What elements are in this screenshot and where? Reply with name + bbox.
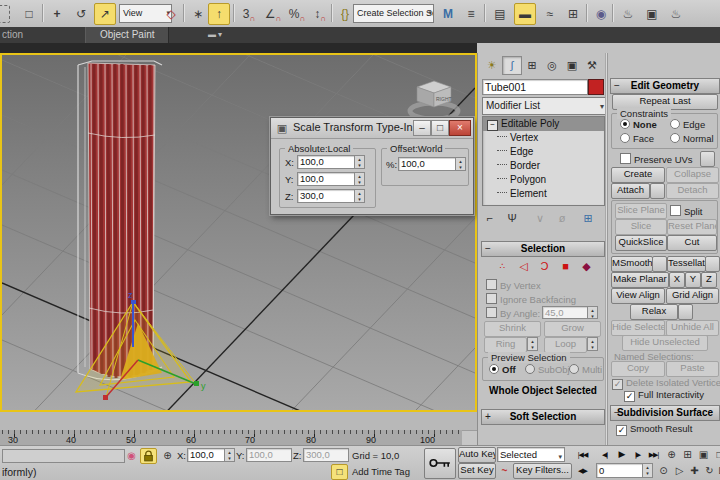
mirror-icon[interactable]: M (437, 3, 459, 25)
auto-key-button[interactable]: Auto Key (458, 447, 496, 463)
attach-settings-button[interactable] (650, 183, 665, 199)
modifier-list-dropdown[interactable]: Modifier List ▾ (482, 97, 608, 115)
tab-selection-fragment[interactable]: ction (2, 29, 23, 40)
select-manipulate-icon[interactable]: ∗ (187, 3, 209, 25)
show-end-result-icon[interactable]: Ψ (504, 211, 520, 226)
configure-modifier-sets-icon[interactable]: ⊞ (580, 211, 596, 226)
cut-button[interactable]: Cut (667, 235, 717, 251)
zoom-icon[interactable]: ⊕ (663, 447, 680, 463)
marquee-region-icon[interactable] (0, 5, 10, 23)
align-icon[interactable]: ≡ (460, 3, 482, 25)
add-time-tag-text[interactable]: Add Time Tag (352, 466, 410, 477)
preserve-uvs-checkbox[interactable]: Preserve UVs (620, 153, 693, 165)
layer-manager-icon[interactable]: ▤ (489, 3, 511, 25)
current-frame-input[interactable]: 0 (596, 463, 646, 478)
stack-item-element[interactable]: Element (483, 187, 604, 201)
selection-lock-icon[interactable] (140, 448, 157, 464)
tessellate-button[interactable]: Tessellate (667, 256, 706, 272)
polygon-subobject-icon[interactable]: ■ (558, 259, 573, 273)
subdivision-surface-rollout-header[interactable]: −Subdivision Surface (610, 405, 720, 421)
select-move-icon[interactable]: + (46, 3, 68, 25)
pin-stack-icon[interactable]: ⌐ (482, 211, 498, 226)
key-mode-toggle-button[interactable]: ◀▶ (574, 464, 591, 478)
snaps-toggle-icon[interactable]: 3∩ (238, 3, 260, 25)
relax-button[interactable]: Relax (630, 304, 678, 320)
absolute-x-input[interactable]: 100,0 (297, 155, 355, 169)
smooth-result-checkbox[interactable]: ✓Smooth Result (616, 423, 692, 436)
toggle-ribbon-icon[interactable]: ▬ (514, 3, 536, 25)
material-editor-icon[interactable]: ◉ (590, 3, 612, 25)
tab-hierarchy-icon[interactable]: ⊞ (522, 56, 542, 75)
maximize-viewport-icon[interactable]: ⊞ (714, 463, 720, 479)
go-to-end-button[interactable]: ▶▶| (645, 448, 662, 462)
status-y-input[interactable]: 100,0 (246, 448, 292, 462)
border-subobject-icon[interactable]: Ɔ (537, 259, 552, 273)
set-key-button[interactable]: Set Key (458, 463, 496, 479)
close-button[interactable]: × (449, 120, 471, 136)
make-planar-button[interactable]: Make Planar (611, 272, 669, 288)
tab-display-icon[interactable]: ▣ (562, 56, 582, 75)
stack-item-vertex[interactable]: Vertex (483, 131, 604, 145)
zoom-all-icon[interactable]: ⊞ (679, 447, 696, 463)
tab-create-icon[interactable]: ☀ (482, 56, 502, 75)
absolute-y-spinner[interactable]: ▴▾ (354, 172, 365, 186)
select-object-icon[interactable]: □ (18, 3, 40, 25)
go-to-start-button[interactable]: |◀◀ (574, 448, 591, 462)
selection-rollout-header[interactable]: −Selection (481, 241, 605, 257)
offset-percent-spinner[interactable]: ▴▾ (455, 157, 466, 171)
isolate-selection-icon[interactable]: ◉ (123, 448, 140, 464)
absolute-y-input[interactable]: 100,0 (297, 172, 355, 186)
zoom-extents-icon[interactable]: ▣ (695, 447, 712, 463)
stack-item-editable-poly[interactable]: −Editable Poly (483, 117, 604, 131)
stack-item-edge[interactable]: Edge (483, 145, 604, 159)
create-button[interactable]: Create (611, 167, 665, 183)
track-bar[interactable]: 30 40 50 60 70 80 90 100 (0, 430, 462, 445)
make-planar-z-button[interactable]: Z (701, 272, 717, 288)
make-planar-y-button[interactable]: Y (685, 272, 701, 288)
new-key-default-in-out-icon[interactable]: ~ (496, 463, 513, 479)
minimize-button[interactable]: – (413, 120, 431, 136)
edge-subobject-icon[interactable]: ◁ (516, 259, 531, 273)
quickslice-button[interactable]: QuickSlice (615, 235, 667, 251)
select-scale-icon[interactable]: ↗ (94, 3, 116, 25)
transform-type-in-mode-icon[interactable]: ⊕ (159, 448, 176, 464)
object-color-swatch[interactable] (588, 79, 604, 95)
element-subobject-icon[interactable]: ◆ (579, 259, 594, 273)
relax-settings-button[interactable] (678, 304, 693, 320)
grid-align-button[interactable]: Grid Align (666, 288, 719, 304)
absolute-z-input[interactable]: 300,0 (297, 189, 355, 203)
status-z-input[interactable]: 300,0 (303, 448, 349, 462)
set-keys-button[interactable] (424, 448, 456, 479)
object-name-input[interactable]: Tube001 (482, 79, 588, 95)
key-filters-button[interactable]: Key Filters... (513, 463, 572, 479)
selection-filter-dropdown[interactable]: Selected▾ (497, 447, 565, 462)
stack-item-polygon[interactable]: Polygon (483, 173, 604, 187)
constraint-normal-radio[interactable]: Normal (670, 133, 714, 144)
time-configuration-icon[interactable]: ⊙ (655, 463, 672, 479)
make-planar-x-button[interactable]: X (669, 272, 685, 288)
prompt-field[interactable] (2, 449, 125, 463)
view-align-button[interactable]: View Align (611, 288, 665, 304)
frame-spinner[interactable]: ▴▾ (642, 463, 653, 478)
schematic-view-icon[interactable]: ⊞ (562, 3, 584, 25)
tab-modify-icon[interactable]: ∫ (502, 56, 522, 75)
constraint-edge-radio[interactable]: Edge (670, 119, 705, 130)
split-checkbox[interactable]: Split (670, 205, 702, 217)
edit-geometry-rollout-header[interactable]: −Edit Geometry (610, 78, 720, 94)
full-interactivity-checkbox[interactable]: ✓Full Interactivity (624, 389, 704, 402)
status-x-input[interactable]: 100,0 (187, 448, 228, 462)
constraint-none-radio[interactable]: None (620, 119, 657, 130)
soft-selection-rollout-header[interactable]: +Soft Selection (481, 409, 605, 425)
previous-frame-button[interactable]: ◀| (596, 448, 613, 462)
preview-off-radio[interactable]: Off (489, 364, 516, 375)
play-button[interactable]: ▶ (613, 448, 630, 462)
attach-button[interactable]: Attach (611, 183, 650, 199)
keyboard-override-icon[interactable]: ↑ (208, 3, 230, 25)
constraint-face-radio[interactable]: Face (620, 133, 654, 144)
tab-utilities-icon[interactable]: ⚒ (582, 56, 602, 75)
tessellate-settings-button[interactable] (705, 256, 720, 272)
dialog-title-bar[interactable]: ▣ Scale Transform Type-In – □ × (271, 118, 473, 139)
time-slider-strip[interactable] (0, 412, 477, 431)
perspective-viewport[interactable]: z y RIGHT (0, 53, 477, 412)
absolute-x-spinner[interactable]: ▴▾ (354, 155, 365, 169)
